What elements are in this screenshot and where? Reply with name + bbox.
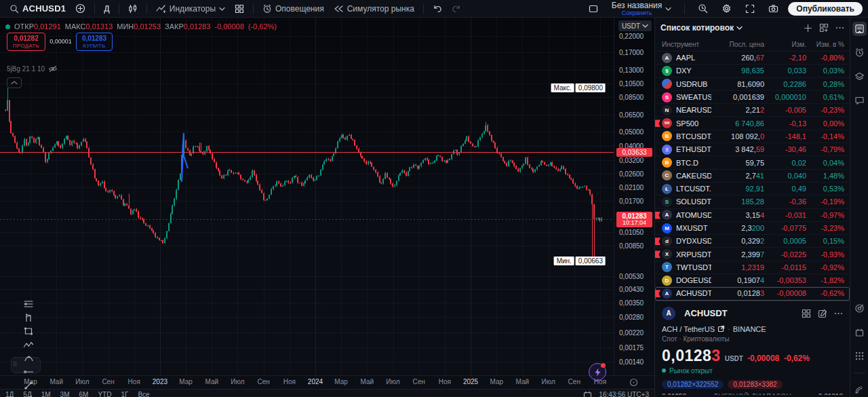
- clock-utc[interactable]: 16:43:56 UTC+3: [599, 391, 649, 397]
- timeframe-3М[interactable]: 3М: [60, 391, 70, 397]
- external-link-icon[interactable]: [717, 325, 725, 333]
- multi-line-tool-icon[interactable]: [21, 297, 36, 311]
- watchlist-sections-icon[interactable]: [819, 23, 829, 33]
- time-axis-tick[interactable]: Сен: [102, 378, 114, 385]
- time-axis-tick[interactable]: Май: [516, 378, 530, 385]
- time-axis-tick[interactable]: Июл: [386, 378, 399, 385]
- compare-add-button[interactable]: [71, 2, 90, 15]
- watchlist-row-SP500[interactable]: 500SP5006 740,86-0,130,00%: [655, 117, 850, 130]
- eye-off-icon[interactable]: [48, 65, 58, 73]
- time-axis[interactable]: МарМайИюлСенНоя2023МарМайИюлСенНоя2024Ма…: [0, 375, 654, 389]
- interval-button[interactable]: Д: [100, 3, 114, 15]
- snapshot-camera-icon[interactable]: [764, 3, 783, 14]
- watchlist-menu-icon[interactable]: [835, 23, 844, 33]
- quick-search-icon[interactable]: [694, 2, 712, 15]
- ray-line-tool-icon[interactable]: [21, 392, 36, 397]
- price-axis[interactable]: USDT 0,220000,170000,130000,105000,08500…: [614, 18, 654, 375]
- scales-settings-icon[interactable]: [629, 378, 638, 387]
- flag-mark-tool-icon[interactable]: [21, 311, 36, 324]
- replay-button[interactable]: Симулятор рынка: [330, 3, 418, 15]
- time-axis-tick[interactable]: Май: [361, 378, 374, 385]
- add-symbol-icon[interactable]: [804, 23, 812, 33]
- time-axis-tick[interactable]: Май: [50, 378, 63, 385]
- watchlist-row-TWTUSDT[interactable]: TTWTUSDT1,2319-0,0115-0,92%: [655, 261, 850, 274]
- watchlist-row-BTCUSDT.P[interactable]: BBTCUSDT.P108 092,0-148,1-0,14%: [655, 130, 850, 143]
- publish-button[interactable]: Опубликовать: [788, 2, 863, 16]
- time-axis-tick[interactable]: Мар: [179, 378, 193, 385]
- go-to-date-calendar-icon[interactable]: [583, 391, 592, 397]
- layers-rail-icon[interactable]: [852, 69, 867, 83]
- time-axis-tick[interactable]: 2024: [308, 378, 323, 385]
- indicators-button[interactable]: Индикаторы: [152, 3, 229, 15]
- watchlist-row-ETHUSDT[interactable]: ΞETHUSDT3 842,59-30,46-0,79%: [655, 143, 850, 156]
- axis-currency-button[interactable]: USDT: [618, 20, 652, 31]
- alerts-button[interactable]: Оповещения: [258, 3, 328, 15]
- exchange-name[interactable]: BINANCE: [733, 325, 766, 333]
- watchlist-row-CAKEUSDT[interactable]: CCAKEUSDT2,7410,0401,48%: [655, 170, 850, 183]
- watchlist-row-ACHUSDT[interactable]: AACHUSDT0,01283-0,00008-0,62%: [655, 287, 850, 300]
- time-axis-tick[interactable]: Июл: [75, 378, 89, 385]
- trend-line-tool-icon[interactable]: [21, 379, 36, 392]
- target-rail-icon[interactable]: [852, 301, 867, 316]
- watchlist-row-LTCUSDT.P[interactable]: ŁLTCUSDT.P92,910,490,53%: [655, 183, 850, 195]
- undo-button[interactable]: [429, 3, 446, 14]
- time-axis-tick[interactable]: Сен: [568, 378, 580, 385]
- col-last-price[interactable]: Посл. цена: [711, 41, 764, 48]
- watchlist-row-AAPL[interactable]: AAAPL260,67-2,10-0,80%: [655, 52, 850, 64]
- details-symbol[interactable]: ACHUSDT: [684, 308, 797, 318]
- alerts-rail-icon[interactable]: [852, 45, 867, 60]
- curve-tool-icon[interactable]: [21, 352, 36, 365]
- watchlist-row-DOGEUSDT[interactable]: DDOGEUSDT0,19074-0,00353-1,82%: [655, 274, 850, 287]
- buy-button[interactable]: 0,01283 КУПИТЬ: [76, 33, 113, 51]
- horizontal-ray-tool-icon[interactable]: [21, 365, 36, 379]
- watchlist-title-button[interactable]: Список котировок: [660, 23, 743, 33]
- timeframe-1Г[interactable]: 1Г: [121, 391, 128, 397]
- details-menu-icon[interactable]: [834, 309, 843, 318]
- watchlist-row-DXY[interactable]: $DXY98,6350,0330,03%: [655, 64, 850, 77]
- timeframe-6М[interactable]: 6М: [79, 391, 89, 397]
- watchlist-row-NEARUSDT[interactable]: NNEARUSDT2,212-0,005-0,23%: [655, 104, 850, 117]
- time-axis-tick[interactable]: 2025: [463, 378, 478, 385]
- sell-button[interactable]: 0,01282 ПРОДАТЬ: [7, 33, 45, 51]
- col-change[interactable]: Изм.: [764, 41, 806, 48]
- toolbar-drag-handle[interactable]: ⠿: [13, 363, 20, 366]
- fullscreen-icon[interactable]: [741, 3, 759, 15]
- timeframe-YTD[interactable]: YTD: [98, 391, 111, 397]
- time-axis-tick[interactable]: Мар: [490, 378, 503, 385]
- symbol-search[interactable]: ACHUSD1: [5, 2, 70, 15]
- indicator-caption[interactable]: 5jBg 21 1 10: [7, 65, 58, 73]
- time-axis-tick[interactable]: Июл: [231, 378, 244, 385]
- time-axis-tick[interactable]: Ноя: [283, 378, 296, 385]
- settings-gear-icon[interactable]: [717, 2, 736, 15]
- time-axis-tick[interactable]: Ноя: [128, 378, 140, 385]
- edit-note-icon[interactable]: [818, 309, 827, 318]
- time-axis-tick[interactable]: Май: [205, 378, 218, 385]
- time-axis-tick[interactable]: Ноя: [439, 378, 451, 385]
- apps-rail-icon[interactable]: [852, 349, 867, 363]
- price-chart-canvas[interactable]: [0, 18, 614, 375]
- watchlist-row-SOLUSDT[interactable]: SSOLUSDT185,28-0,36-0,19%: [655, 195, 850, 208]
- watchlist-row-MXUSDT[interactable]: MMXUSDT2,3200-0,0775-3,23%: [655, 222, 850, 235]
- time-axis-tick[interactable]: Сен: [257, 378, 269, 385]
- watchlist-rail-icon[interactable]: [852, 22, 867, 36]
- layout-name-button[interactable]: Без названия Сохранить: [608, 0, 676, 18]
- ask-size-pill[interactable]: 0,01283×3382: [728, 380, 782, 389]
- time-axis-tick[interactable]: Мар: [334, 378, 348, 385]
- save-link[interactable]: Сохранить: [622, 10, 652, 16]
- chart-style-button[interactable]: [124, 3, 142, 15]
- legend-collapse-button[interactable]: [7, 77, 22, 88]
- timeframe-Все[interactable]: Все: [138, 391, 149, 397]
- signal-rail-icon[interactable]: [852, 383, 867, 397]
- watchlist-row-XRPUSDT[interactable]: XXRPUSDT2,3997-0,0225-0,93%: [655, 248, 850, 261]
- calendar-rail-icon[interactable]: [852, 325, 867, 339]
- time-axis-tick[interactable]: 2023: [153, 378, 167, 385]
- timeframe-1Д[interactable]: 1Д: [5, 391, 14, 397]
- layout-select-button[interactable]: [585, 3, 602, 15]
- watchlist-row-ATOMUSDT.P[interactable]: AATOMUSDT.P3,154-0,031-0,97%: [655, 209, 850, 222]
- watchlist-row-BTC.D[interactable]: BBTC.D59,750,020,04%: [655, 156, 850, 169]
- col-change-pct[interactable]: Изм. в %: [806, 41, 844, 48]
- pair-name[interactable]: ACH / TetherUS: [662, 325, 715, 333]
- timeframe-1М[interactable]: 1М: [41, 391, 51, 397]
- watchlist-row-SWEATUSDT[interactable]: SSWEATUSDT0,0016390,0000100,61%: [655, 91, 850, 104]
- watchlist-row-DYDXUSDT.P[interactable]: dDYDXUSDT.P0,32920,00050,15%: [655, 235, 850, 248]
